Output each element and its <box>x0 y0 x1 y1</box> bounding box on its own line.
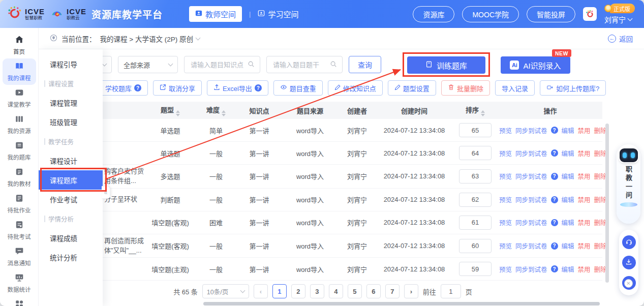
order-input[interactable] <box>459 146 492 160</box>
page-button-7[interactable]: 7 <box>385 284 400 298</box>
teacher-space-button[interactable]: 教师空间 <box>189 6 242 22</box>
menu-item-course-grades[interactable]: 课程成绩 <box>39 228 103 248</box>
preview-link[interactable]: 预览 <box>499 126 512 135</box>
help-circle-icon[interactable]: ? <box>551 173 558 180</box>
order-input[interactable] <box>459 123 492 137</box>
disable-link[interactable]: 禁用 <box>578 171 591 181</box>
training-bank-button[interactable]: 训练题库 <box>407 56 485 74</box>
delete-link[interactable]: 删除 <box>594 126 607 135</box>
help-circle-icon[interactable]: ? <box>255 84 262 91</box>
sync-to-paper-link[interactable]: 同步到试卷 <box>515 218 547 227</box>
page-button-4[interactable]: 4 <box>329 284 343 298</box>
close-widget-icon[interactable]: ✕ <box>624 279 633 288</box>
disable-link[interactable]: 禁用 <box>578 241 591 251</box>
disable-link[interactable]: 禁用 <box>578 148 591 158</box>
batch-delete-button[interactable]: 批量删除 <box>441 80 490 96</box>
sidebar-item-my-textbooks[interactable]: 我的教材 <box>3 164 36 191</box>
breadcrumb-course-dropdown[interactable]: 我的课程 > 大学语文 (2P) 原创 <box>100 34 200 44</box>
resource-lib-link[interactable]: 资源库 <box>413 6 454 22</box>
edit-link[interactable]: 编辑 <box>562 264 574 274</box>
search-icon[interactable] <box>248 60 255 69</box>
delete-link[interactable]: 删除 <box>594 241 607 251</box>
type-settings-button[interactable]: 题型设置 <box>388 80 436 96</box>
sidebar-item-home[interactable]: 首页 <box>3 32 36 58</box>
delete-link[interactable]: 删除 <box>594 148 607 158</box>
smart-cast-link[interactable]: 智能投屏 <box>527 6 575 22</box>
sidebar-item-pending-exams[interactable]: 待批考试 <box>3 217 36 243</box>
preview-link[interactable]: 预览 <box>499 264 512 274</box>
menu-item-course-management[interactable]: 课程管理 <box>39 93 103 112</box>
edit-knowledge-button[interactable]: 修改知识点 <box>328 80 383 96</box>
sort-control[interactable] <box>481 110 485 116</box>
order-input[interactable] <box>459 239 492 253</box>
help-circle-icon[interactable]: ? <box>134 84 141 91</box>
mooc-link[interactable]: MOOC学院 <box>462 6 519 22</box>
sync-to-paper-link[interactable]: 同步到试卷 <box>515 171 547 181</box>
vertical-scrollbar[interactable] <box>605 124 609 283</box>
menu-collapse-handle[interactable]: « <box>102 186 110 199</box>
menu-item-course-design[interactable]: 课程设计 <box>39 151 103 170</box>
order-input[interactable] <box>459 193 492 207</box>
edit-link[interactable]: 编辑 <box>562 148 574 158</box>
help-circle-icon[interactable]: ? <box>551 242 558 250</box>
student-space-button[interactable]: 学习空间 <box>258 9 298 19</box>
sidebar-item-data-statistics[interactable]: 数据统计 <box>3 270 36 296</box>
import-records-button[interactable]: 导入记录 <box>495 80 535 96</box>
sidebar-item-messages[interactable]: 消息通知 <box>3 243 36 270</box>
sidebar-item-my-resources[interactable]: 我的资源 <box>3 111 36 138</box>
edit-link[interactable]: 编辑 <box>562 126 574 135</box>
sort-control[interactable] <box>222 110 226 116</box>
page-button-3[interactable]: 3 <box>310 284 324 298</box>
edit-link[interactable]: 编辑 <box>562 195 574 204</box>
sync-to-paper-link[interactable]: 同步到试卷 <box>515 264 547 274</box>
cancel-share-button[interactable]: 取消分享 <box>153 80 202 96</box>
disable-link[interactable]: 禁用 <box>578 195 591 204</box>
page-button-1[interactable]: 1 <box>272 284 287 298</box>
customer-service-button[interactable] <box>622 235 636 249</box>
menu-item-class-management[interactable]: 班级管理 <box>39 112 103 132</box>
sync-to-paper-link[interactable]: 同步到试卷 <box>515 126 547 135</box>
disable-link[interactable]: 禁用 <box>578 218 591 227</box>
page-button-5[interactable]: 5 <box>348 284 362 298</box>
preview-link[interactable]: 预览 <box>499 148 512 158</box>
user-menu[interactable]: 正式版 刘宵宁 <box>604 4 635 24</box>
edit-link[interactable]: 编辑 <box>562 241 574 251</box>
delete-link[interactable]: 删除 <box>594 171 607 181</box>
delete-link[interactable]: 删除 <box>594 195 607 204</box>
help-circle-icon[interactable]: ? <box>551 265 558 272</box>
back-button[interactable]: ← 返回 <box>608 34 633 44</box>
next-page-button[interactable]: › <box>404 284 418 298</box>
menu-item-statistical-analysis[interactable]: 统计分析 <box>39 248 103 267</box>
preview-link[interactable]: 预览 <box>499 218 512 227</box>
assistant-widget[interactable]: 职教一问 <box>617 144 640 224</box>
ai-recognition-button[interactable]: Ai AI识别录入 <box>501 56 570 74</box>
sidebar-item-pending-homework[interactable]: 待批作业 <box>3 191 36 217</box>
preview-link[interactable]: 预览 <box>499 171 512 181</box>
help-circle-icon[interactable]: ? <box>551 149 558 157</box>
stem-input[interactable] <box>272 60 327 69</box>
delete-link[interactable]: 删除 <box>594 218 607 227</box>
preview-link[interactable]: 预览 <box>499 241 512 251</box>
order-input[interactable] <box>459 216 492 230</box>
menu-item-course-question-bank[interactable]: 课程题库 <box>39 170 103 190</box>
source-select[interactable]: 全部来源 <box>118 56 178 73</box>
search-icon[interactable] <box>330 60 337 69</box>
page-size-select[interactable]: 10条/页 <box>202 284 249 298</box>
duplicate-check-button[interactable]: 题目查重 <box>273 80 323 96</box>
download-button[interactable] <box>622 256 636 269</box>
order-input[interactable] <box>459 169 492 183</box>
menu-item-homework-exam[interactable]: 作业考试 <box>39 190 103 209</box>
help-circle-icon[interactable]: ? <box>551 127 558 134</box>
order-input[interactable] <box>459 262 492 276</box>
help-circle-icon[interactable]: ? <box>551 219 558 226</box>
horizontal-scrollbar[interactable] <box>203 302 600 305</box>
delete-link[interactable]: 删除 <box>594 264 607 274</box>
disable-link[interactable]: 禁用 <box>578 126 591 135</box>
knowledge-input[interactable] <box>190 60 244 69</box>
sidebar-item-my-courses[interactable]: 我的课程 <box>3 58 36 85</box>
mini-app-icon[interactable] <box>583 7 597 21</box>
sync-to-paper-link[interactable]: 同步到试卷 <box>515 195 547 204</box>
page-button-6[interactable]: 6 <box>366 284 381 298</box>
query-button[interactable]: 查询 <box>349 56 381 73</box>
sidebar-item-classroom[interactable]: 课堂教学 <box>3 85 36 111</box>
